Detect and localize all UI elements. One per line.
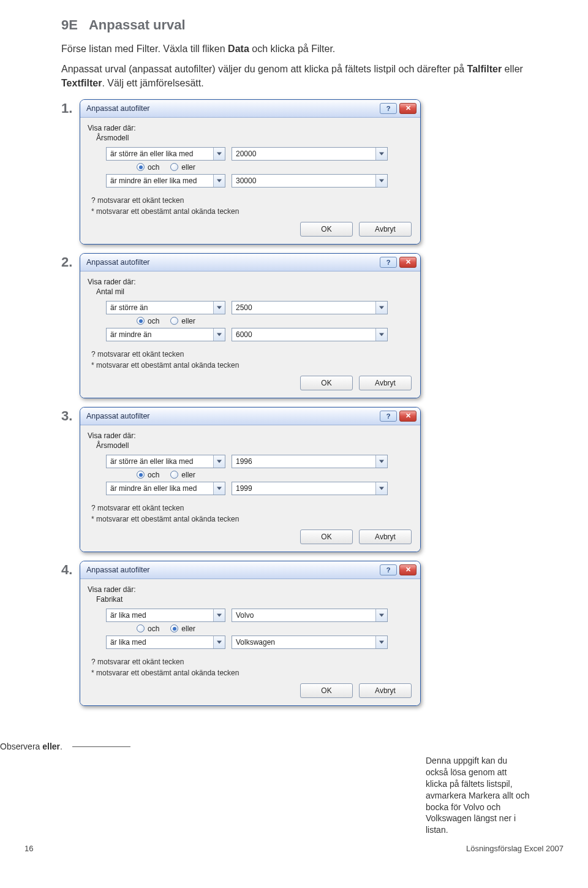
dialog-body: Visa rader där: Årsmodell är större än e… xyxy=(80,118,420,244)
radio-icon xyxy=(137,317,145,325)
chevron-down-icon[interactable] xyxy=(213,636,225,648)
radio-och[interactable]: och xyxy=(137,317,159,325)
radio-icon xyxy=(170,317,178,325)
close-icon: ✕ xyxy=(405,412,411,420)
chevron-down-icon[interactable] xyxy=(375,455,387,468)
radio-eller[interactable]: eller xyxy=(170,317,195,325)
page-number: 16 xyxy=(24,844,33,853)
operator-1-value: är större än eller lika med xyxy=(107,457,213,466)
value-2-combo[interactable]: Volkswagen xyxy=(232,636,388,649)
dialog-titlebar[interactable]: Anpassat autofilter ? ✕ xyxy=(80,254,420,271)
chevron-down-icon[interactable] xyxy=(375,302,387,314)
chevron-down-icon[interactable] xyxy=(375,482,387,495)
radio-och-label: och xyxy=(148,624,159,633)
chevron-down-icon[interactable] xyxy=(213,609,225,621)
chevron-down-icon[interactable] xyxy=(213,302,225,314)
help-button[interactable]: ? xyxy=(380,411,397,422)
operator-2-combo[interactable]: är mindre än eller lika med xyxy=(106,174,225,188)
chevron-down-icon[interactable] xyxy=(213,482,225,495)
value-2-combo[interactable]: 30000 xyxy=(232,174,388,188)
ok-button[interactable]: OK xyxy=(300,683,353,698)
ok-button[interactable]: OK xyxy=(300,376,353,390)
section-title: Anpassat urval xyxy=(89,17,186,32)
wildcard-hints: ? motsvarar ett okänt tecken * motsvarar… xyxy=(91,195,413,217)
radio-eller[interactable]: eller xyxy=(170,163,195,172)
value-2: 1999 xyxy=(232,484,375,493)
value-1: Volvo xyxy=(232,611,375,620)
wildcard-hints: ? motsvarar ett okänt tecken * motsvarar… xyxy=(91,503,413,525)
cancel-button[interactable]: Avbryt xyxy=(359,222,412,237)
close-button[interactable]: ✕ xyxy=(399,564,417,575)
radio-och[interactable]: och xyxy=(137,624,159,633)
chevron-down-icon[interactable] xyxy=(375,175,387,187)
cancel-button[interactable]: Avbryt xyxy=(359,683,412,698)
hint-asterisk: * motsvarar ett obestämt antal okända te… xyxy=(91,514,413,525)
help-icon: ? xyxy=(386,259,391,266)
help-icon: ? xyxy=(386,412,391,420)
hint-asterisk: * motsvarar ett obestämt antal okända te… xyxy=(91,360,413,371)
radio-och-label: och xyxy=(148,163,159,172)
help-button[interactable]: ? xyxy=(380,103,397,114)
chevron-down-icon[interactable] xyxy=(213,455,225,468)
radio-icon xyxy=(137,471,145,479)
operator-1-value: är större än xyxy=(107,303,213,312)
value-2-combo[interactable]: 6000 xyxy=(232,328,388,341)
numbered-item: 3. Anpassat autofilter ? ✕ Visa rader dä… xyxy=(61,407,539,552)
dialog-titlebar[interactable]: Anpassat autofilter ? ✕ xyxy=(80,408,420,425)
operator-1-combo[interactable]: är större än eller lika med xyxy=(106,147,225,161)
operator-2-combo[interactable]: är mindre än eller lika med xyxy=(106,482,225,495)
item-number: 4. xyxy=(61,562,80,578)
ok-button[interactable]: OK xyxy=(300,529,353,544)
ok-button[interactable]: OK xyxy=(300,222,353,237)
dialog-titlebar[interactable]: Anpassat autofilter ? ✕ xyxy=(80,561,420,579)
close-button[interactable]: ✕ xyxy=(399,411,417,422)
criteria-row-2: är mindre än 6000 xyxy=(106,328,413,341)
close-button[interactable]: ✕ xyxy=(399,257,417,268)
close-button[interactable]: ✕ xyxy=(399,103,417,114)
criteria-row-1: är större än eller lika med 1996 xyxy=(106,455,413,468)
radio-och[interactable]: och xyxy=(137,471,159,479)
dialog-buttons: OK Avbryt xyxy=(88,222,412,237)
dialog-titlebar[interactable]: Anpassat autofilter ? ✕ xyxy=(80,100,420,118)
chevron-down-icon[interactable] xyxy=(375,328,387,341)
radio-icon xyxy=(137,163,145,171)
radio-eller[interactable]: eller xyxy=(170,624,195,633)
value-2-combo[interactable]: 1999 xyxy=(232,482,388,495)
chevron-down-icon[interactable] xyxy=(375,636,387,648)
chevron-down-icon[interactable] xyxy=(213,148,225,160)
dialog-buttons: OK Avbryt xyxy=(88,683,412,698)
help-button[interactable]: ? xyxy=(380,564,397,575)
radio-eller-label: eller xyxy=(181,624,195,633)
value-1-combo[interactable]: 2500 xyxy=(232,301,388,314)
operator-1-combo[interactable]: är större än xyxy=(106,301,225,314)
cancel-button[interactable]: Avbryt xyxy=(359,529,412,544)
autofilter-dialog: Anpassat autofilter ? ✕ Visa rader där: … xyxy=(80,99,421,245)
radio-eller[interactable]: eller xyxy=(170,471,195,479)
operator-2-combo[interactable]: är lika med xyxy=(106,636,225,649)
value-1-combo[interactable]: Volvo xyxy=(232,609,388,622)
numbered-item: 2. Anpassat autofilter ? ✕ Visa rader dä… xyxy=(61,253,539,398)
radio-icon xyxy=(170,471,178,479)
chevron-down-icon[interactable] xyxy=(375,609,387,621)
value-1-combo[interactable]: 1996 xyxy=(232,455,388,468)
operator-2-value: är mindre än xyxy=(107,330,213,339)
radio-och[interactable]: och xyxy=(137,163,159,172)
criteria-row-1: är större än eller lika med 20000 xyxy=(106,147,413,161)
paragraph-1: Förse listan med Filter. Växla till flik… xyxy=(61,42,539,56)
cancel-button[interactable]: Avbryt xyxy=(359,376,412,390)
value-1-combo[interactable]: 20000 xyxy=(232,147,388,161)
chevron-down-icon[interactable] xyxy=(375,148,387,160)
operator-1-combo[interactable]: är lika med xyxy=(106,609,225,622)
autofilter-dialog: Anpassat autofilter ? ✕ Visa rader där: … xyxy=(80,561,421,706)
operator-1-value: är lika med xyxy=(107,611,213,620)
operator-2-combo[interactable]: är mindre än xyxy=(106,328,225,341)
radio-och-label: och xyxy=(148,317,159,325)
wildcard-hints: ? motsvarar ett okänt tecken * motsvarar… xyxy=(91,349,413,371)
field-name-label: Antal mil xyxy=(96,287,413,296)
operator-2-value: är lika med xyxy=(107,638,213,647)
item-number: 1. xyxy=(61,101,80,116)
help-button[interactable]: ? xyxy=(380,257,397,268)
chevron-down-icon[interactable] xyxy=(213,175,225,187)
chevron-down-icon[interactable] xyxy=(213,328,225,341)
operator-1-combo[interactable]: är större än eller lika med xyxy=(106,455,225,468)
